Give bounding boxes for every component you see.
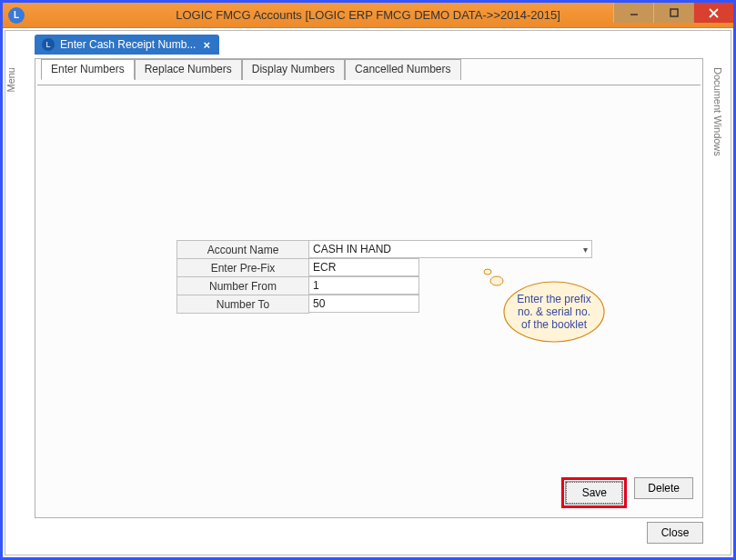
input-prefix[interactable]: ECR	[308, 258, 419, 276]
app-icon: L	[8, 7, 25, 24]
number-from-value: 1	[313, 279, 319, 292]
document-tab[interactable]: L Enter Cash Receipt Numb... ×	[35, 35, 219, 55]
tab-display-numbers[interactable]: Display Numbers	[242, 59, 345, 80]
minimize-icon	[630, 8, 639, 17]
chevron-down-icon: ▾	[583, 245, 588, 255]
workarea: Menu Document Windows L Enter Cash Recei…	[5, 30, 731, 555]
save-button[interactable]: Save	[566, 482, 622, 504]
form-area: Account Name CASH IN HAND ▾ Enter Pre-Fi…	[176, 241, 592, 314]
document-tab-bar: L Enter Cash Receipt Numb... ×	[35, 35, 219, 55]
app-window: L LOGIC FMCG Accounts [LOGIC ERP FMCG DE…	[3, 3, 733, 557]
delete-button[interactable]: Delete	[634, 477, 693, 499]
save-highlight: Save	[561, 477, 627, 508]
inner-tabs: Enter Numbers Replace Numbers Display Nu…	[41, 58, 702, 80]
tab-enter-numbers[interactable]: Enter Numbers	[41, 59, 135, 80]
callout-line3: of the booklet	[521, 318, 588, 331]
document-tab-close-icon[interactable]: ×	[201, 38, 212, 52]
window-close-button[interactable]	[693, 3, 733, 23]
prefix-value: ECR	[313, 261, 336, 274]
number-to-value: 50	[313, 297, 325, 310]
label-number-to: Number To	[176, 295, 309, 314]
close-button[interactable]: Close	[647, 522, 703, 544]
close-icon	[709, 8, 719, 18]
footer-buttons: Close	[647, 522, 703, 544]
tab-replace-numbers[interactable]: Replace Numbers	[135, 59, 242, 80]
row-prefix: Enter Pre-Fix ECR	[176, 259, 592, 277]
window-controls	[613, 3, 733, 23]
titlebar: L LOGIC FMCG Accounts [LOGIC ERP FMCG DE…	[3, 3, 733, 28]
input-number-to[interactable]: 50	[308, 295, 419, 313]
account-name-value: CASH IN HAND	[313, 243, 391, 255]
svg-rect-1	[670, 9, 678, 16]
row-account-name: Account Name CASH IN HAND ▾	[176, 241, 592, 259]
maximize-icon	[670, 8, 679, 17]
input-account-name[interactable]: CASH IN HAND ▾	[308, 240, 592, 258]
label-number-from: Number From	[176, 276, 309, 295]
maximize-button[interactable]	[653, 3, 693, 23]
row-number-to: Number To 50	[176, 295, 592, 314]
document-windows-side-label[interactable]: Document Windows	[705, 67, 723, 156]
row-number-from: Number From 1	[176, 277, 592, 295]
tab-cancelled-numbers[interactable]: Cancelled Numbers	[345, 59, 460, 80]
panel-buttons: Save Delete	[561, 477, 693, 508]
document-tab-icon: L	[42, 38, 55, 51]
label-account-name: Account Name	[176, 240, 309, 259]
label-prefix: Enter Pre-Fix	[176, 258, 309, 277]
menu-side-label[interactable]: Menu	[5, 67, 24, 93]
document-tab-label: Enter Cash Receipt Numb...	[60, 38, 196, 51]
tab-underline	[37, 85, 701, 85]
minimize-button[interactable]	[613, 3, 653, 23]
input-number-from[interactable]: 1	[308, 276, 419, 295]
main-panel: Enter Numbers Replace Numbers Display Nu…	[35, 58, 703, 518]
